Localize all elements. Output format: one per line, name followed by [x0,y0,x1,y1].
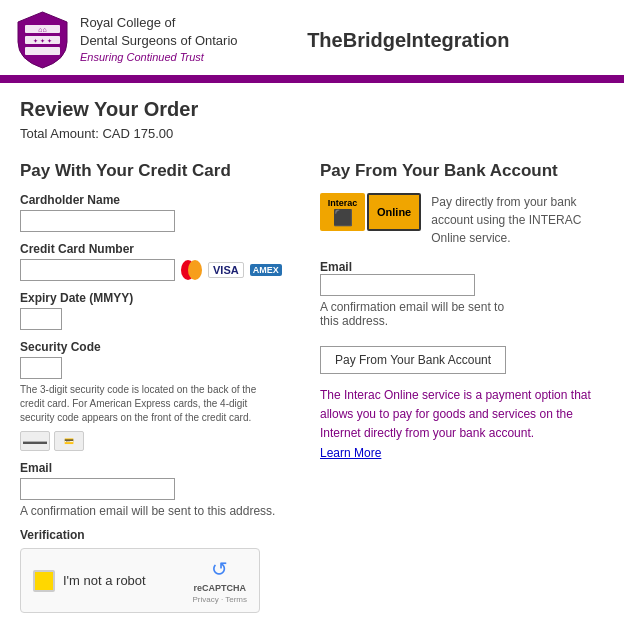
verification-label: Verification [20,528,290,542]
pay-bank-button[interactable]: Pay From Your Bank Account [320,346,506,374]
logo-icon: ⌂⌂ ✦ ✦ ✦ [15,10,70,70]
review-title: Review Your Order [20,98,604,121]
expiry-label: Expiry Date (MMYY) [20,291,290,305]
cc-section-title: Pay With Your Credit Card [20,161,290,181]
expiry-group: Expiry Date (MMYY) [20,291,290,330]
credit-card-column: Pay With Your Credit Card Cardholder Nam… [20,161,290,632]
recaptcha-brand: reCAPTCHA [193,583,246,593]
svg-text:⌂⌂: ⌂⌂ [38,26,46,33]
recaptcha-checkbox[interactable] [33,570,55,592]
interac-logo: Interac ⬛ Online [320,193,421,231]
email-label-right: Email [320,260,352,274]
interac-description: Pay directly from your bank account usin… [431,193,604,247]
visa-icon: VISA [208,262,244,278]
total-amount: Total Amount: CAD 175.00 [20,126,604,141]
svg-text:✦ ✦ ✦: ✦ ✦ ✦ [33,38,51,44]
cc-number-group: Credit Card Number VISA AMEX [20,242,290,281]
recaptcha-right: ↺ reCAPTCHA Privacy · Terms [192,557,247,604]
security-note: The 3-digit security code is located on … [20,383,260,425]
purple-divider [0,75,624,83]
cc-number-input[interactable] [20,259,175,281]
learn-more-link[interactable]: Learn More [320,446,381,460]
svg-rect-2 [25,47,60,55]
recaptcha-left: I'm not a robot [33,570,146,592]
cardholder-label: Cardholder Name [20,193,290,207]
email-confirm-left: A confirmation email will be sent to thi… [20,504,290,518]
email-confirm-right: A confirmation email will be sent to thi… [320,300,520,328]
header: ⌂⌂ ✦ ✦ ✦ Royal College of Dental Surgeon… [0,0,624,75]
verification-group: Verification I'm not a robot ↺ reCAPTCHA… [20,528,290,613]
interac-info: The Interac Online service is a payment … [320,386,604,463]
main-content: Review Your Order Total Amount: CAD 175.… [0,83,624,632]
cardholder-input[interactable] [20,210,175,232]
security-input[interactable] [20,357,62,379]
recaptcha-label: I'm not a robot [63,573,146,588]
online-badge: Online [367,193,421,231]
security-label: Security Code [20,340,290,354]
logo-area: ⌂⌂ ✦ ✦ ✦ Royal College of Dental Surgeon… [15,10,238,70]
cardholder-group: Cardholder Name [20,193,290,232]
email-input-left[interactable] [20,478,175,500]
email-input-right[interactable] [320,274,475,296]
security-icons: ▬▬▬ 💳 [20,431,290,451]
cc-number-row: VISA AMEX [20,259,290,281]
card-back-icon: ▬▬▬ [20,431,50,451]
bank-column: Pay From Your Bank Account Interac ⬛ Onl… [320,161,604,632]
mastercard-icon [181,260,202,280]
security-group: Security Code The 3-digit security code … [20,340,290,451]
email-label-left: Email [20,461,290,475]
email-group-left: Email A confirmation email will be sent … [20,461,290,518]
email-group-right: Email A confirmation email will be sent … [320,259,604,328]
card-front-icon: 💳 [54,431,84,451]
amex-icon: AMEX [250,264,282,276]
cc-number-label: Credit Card Number [20,242,290,256]
org-name: Royal College of Dental Surgeons of Onta… [80,14,238,66]
interac-icon: Interac ⬛ [320,193,365,231]
recaptcha-widget[interactable]: I'm not a robot ↺ reCAPTCHA Privacy · Te… [20,548,260,613]
expiry-input[interactable] [20,308,62,330]
bank-section-title: Pay From Your Bank Account [320,161,604,181]
recaptcha-links: Privacy · Terms [192,595,247,604]
payment-columns: Pay With Your Credit Card Cardholder Nam… [20,161,604,632]
interac-row: Interac ⬛ Online Pay directly from your … [320,193,604,247]
app-title: TheBridgeIntegration [238,29,609,52]
recaptcha-logo-icon: ↺ [211,557,228,581]
